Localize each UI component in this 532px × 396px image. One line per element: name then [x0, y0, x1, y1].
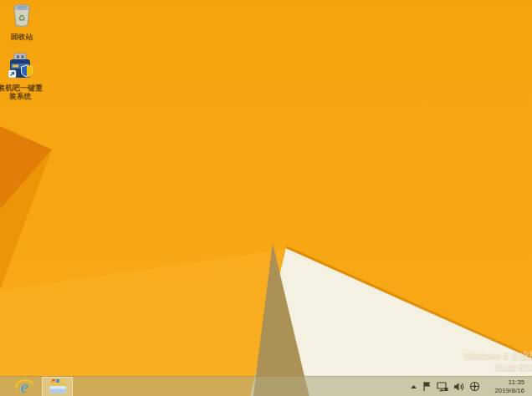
system-tray: 11:35 2019/8/16 [410, 377, 532, 396]
watermark-edition: Windows 8 企业版 [463, 349, 532, 361]
chevron-up-icon[interactable] [410, 384, 417, 389]
taskbar-button-internet-explorer[interactable]: e [9, 377, 39, 396]
taskbar-apps: e [0, 377, 73, 396]
desktop-icon-usb-reinstall-tool[interactable]: 装机吧一键重装系统 [0, 53, 43, 100]
svg-text:♻: ♻ [18, 13, 26, 23]
action-center-flag-icon[interactable] [422, 381, 432, 392]
taskbar-button-file-explorer[interactable] [42, 377, 73, 396]
clock-time: 11:35 [509, 378, 524, 387]
usb-drive-tool-icon [6, 53, 34, 83]
volume-icon[interactable] [453, 382, 464, 392]
folder-icon [49, 378, 67, 395]
desktop[interactable]: ♻ 回收站 装机吧一键重装系统 Windows 8 企业版 Build 9200 [0, 0, 532, 396]
desktop-icon-label: 装机吧一键重装系统 [0, 84, 43, 100]
recycle-bin-icon: ♻ [9, 2, 34, 32]
taskbar[interactable]: e [0, 376, 532, 396]
desktop-icon-recycle-bin[interactable]: ♻ 回收站 [0, 2, 45, 41]
taskbar-clock[interactable]: 11:35 2019/8/16 [485, 378, 527, 394]
input-indicator-icon[interactable] [469, 381, 480, 392]
network-icon[interactable] [437, 382, 448, 392]
watermark-build: Build 9200 [463, 361, 532, 373]
build-watermark: Windows 8 企业版 Build 9200 [463, 349, 532, 373]
clock-date: 2019/8/16 [494, 387, 524, 395]
desktop-icon-label: 回收站 [0, 33, 45, 41]
ie-logo-icon: e [14, 378, 34, 396]
